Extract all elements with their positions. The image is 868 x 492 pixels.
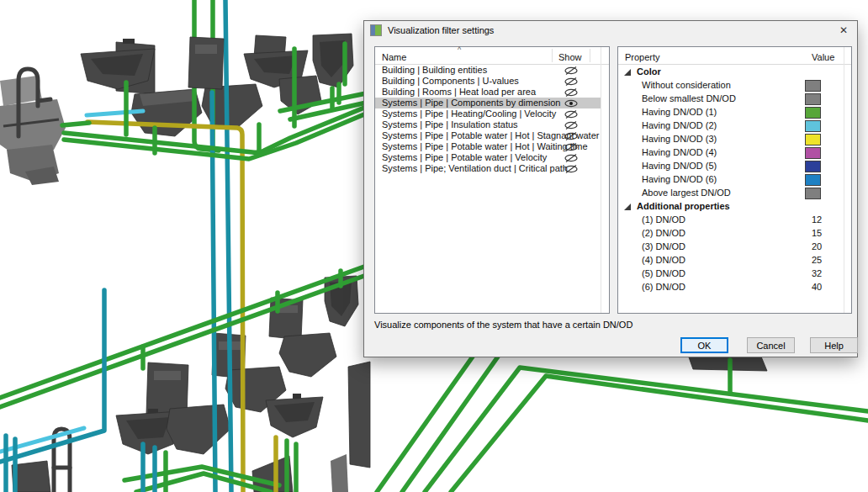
color-swatch[interactable] (805, 161, 821, 172)
property-row[interactable]: (2) DN/OD 15 (618, 226, 851, 240)
show-toggle[interactable] (564, 131, 579, 141)
property-row[interactable]: Above largest DN/OD (618, 186, 851, 199)
property-value[interactable]: 32 (812, 267, 822, 280)
property-row[interactable]: (1) DN/OD 12 (618, 213, 851, 226)
color-swatch[interactable] (805, 93, 821, 105)
filter-list-body: Building | Building entities Building | … (375, 65, 609, 174)
eye-hidden-icon (564, 109, 579, 119)
show-toggle[interactable] (564, 120, 579, 130)
filter-name: Systems | Pipe | Components by dimension (382, 98, 560, 108)
property-grid-panel: Property Value Color Without considerati… (617, 46, 852, 314)
eye-hidden-icon (564, 131, 579, 141)
color-swatch[interactable] (805, 134, 821, 145)
filter-row[interactable]: Building | Building entities (375, 65, 609, 76)
property-row[interactable]: Below smallest DN/OD (618, 92, 851, 105)
property-group-row[interactable]: Additional properties (618, 199, 851, 213)
property-grid-body: Color Without consideration Below smalle… (618, 65, 851, 294)
filter-row[interactable]: Building | Rooms | Heat load per area (375, 87, 609, 98)
group-label: Color (637, 65, 661, 78)
property-label: Above largest DN/OD (642, 186, 731, 199)
property-value[interactable]: 12 (812, 213, 822, 226)
show-toggle[interactable] (564, 77, 579, 87)
filter-row[interactable]: Systems | Pipe | Potable water | Hot | S… (375, 130, 609, 141)
filter-description: Visualize components of the system that … (374, 320, 632, 330)
grid-scroll-divider (844, 47, 844, 313)
property-value[interactable]: 15 (812, 226, 822, 240)
column-header-show[interactable]: Show (558, 52, 582, 62)
show-toggle[interactable] (564, 164, 579, 174)
color-swatch[interactable] (805, 147, 821, 159)
show-toggle[interactable] (564, 66, 579, 76)
filter-row[interactable]: Systems | Pipe | Potable water | Velocit… (375, 152, 609, 163)
property-row[interactable]: Having DN/OD (2) (618, 119, 851, 132)
filter-row[interactable]: Systems | Pipe | Heating/Cooling | Veloc… (375, 108, 609, 119)
filter-name: Systems | Pipe; Ventilation duct | Criti… (382, 163, 568, 174)
property-row[interactable]: Having DN/OD (6) (618, 172, 851, 186)
show-toggle[interactable] (564, 98, 579, 108)
property-label: (2) DN/OD (642, 226, 685, 240)
property-row[interactable]: Having DN/OD (3) (618, 132, 851, 145)
property-label: Having DN/OD (6) (642, 172, 717, 186)
sort-ascending-icon: ^ (458, 45, 461, 54)
property-row[interactable]: (3) DN/OD 20 (618, 240, 851, 253)
filter-row[interactable]: Systems | Pipe | Components by dimension (375, 98, 601, 108)
property-row[interactable]: Having DN/OD (4) (618, 145, 851, 159)
property-value[interactable]: 20 (812, 240, 822, 253)
group-label: Additional properties (637, 199, 730, 213)
filter-row[interactable]: Systems | Pipe | Potable water | Hot | W… (375, 141, 609, 152)
color-swatch[interactable] (805, 107, 821, 119)
property-label: (5) DN/OD (642, 267, 685, 280)
eye-hidden-icon (564, 153, 579, 163)
property-row[interactable]: Without consideration (618, 78, 851, 92)
list-scroll-divider (601, 47, 601, 313)
property-label: (4) DN/OD (642, 253, 685, 267)
show-toggle[interactable] (564, 153, 579, 163)
color-swatch[interactable] (805, 174, 821, 186)
property-label: Without consideration (642, 78, 731, 92)
application-window: Visualization filter settings ✕ ^ Name S… (0, 0, 868, 492)
color-swatch[interactable] (805, 188, 821, 199)
help-button[interactable]: Help (810, 337, 858, 353)
property-row[interactable]: (6) DN/OD 40 (618, 280, 851, 294)
collapse-expanded-icon[interactable] (624, 69, 631, 76)
property-label: (1) DN/OD (642, 213, 685, 226)
filter-name: Building | Rooms | Heat load per area (382, 87, 536, 98)
color-swatch[interactable] (805, 80, 821, 92)
filter-name: Building | Building entities (382, 65, 487, 76)
filter-row[interactable]: Systems | Pipe; Ventilation duct | Criti… (375, 163, 609, 174)
cancel-button[interactable]: Cancel (747, 337, 795, 353)
dialog-titlebar[interactable]: Visualization filter settings ✕ (364, 21, 857, 40)
filter-name: Building | Components | U-values (382, 76, 519, 87)
collapse-expanded-icon[interactable] (624, 204, 631, 210)
eye-visible-icon (564, 98, 579, 108)
eye-hidden-icon (564, 120, 579, 130)
visualization-filter-dialog: Visualization filter settings ✕ ^ Name S… (363, 20, 858, 357)
ok-button[interactable]: OK (680, 337, 728, 353)
filter-list-panel: ^ Name Show Building | Building entities… (374, 46, 610, 314)
filter-row[interactable]: Building | Components | U-values (375, 76, 609, 87)
filter-name: Systems | Pipe | Insulation status (382, 119, 518, 130)
column-separator (552, 49, 553, 62)
property-row[interactable]: (4) DN/OD 25 (618, 253, 851, 267)
eye-hidden-icon (564, 164, 579, 174)
property-row[interactable]: Having DN/OD (5) (618, 159, 851, 172)
property-value[interactable]: 40 (812, 280, 822, 294)
close-icon[interactable]: ✕ (830, 21, 857, 40)
show-toggle[interactable] (564, 109, 579, 119)
property-value[interactable]: 25 (812, 253, 822, 267)
property-row[interactable]: (5) DN/OD 32 (618, 267, 851, 280)
property-label: (3) DN/OD (642, 240, 685, 253)
filter-list-header[interactable]: ^ Name Show (375, 47, 609, 65)
property-label: (6) DN/OD (642, 280, 685, 294)
property-label: Below smallest DN/OD (642, 92, 736, 105)
show-toggle[interactable] (564, 142, 579, 152)
color-swatch[interactable] (805, 120, 821, 132)
dialog-title: Visualization filter settings (388, 25, 494, 35)
property-label: Having DN/OD (4) (642, 145, 717, 159)
filter-row[interactable]: Systems | Pipe | Insulation status (375, 119, 609, 130)
cistern-front (188, 37, 224, 89)
property-group-row[interactable]: Color (618, 65, 851, 78)
column-header-name[interactable]: Name (382, 52, 406, 62)
show-toggle[interactable] (564, 87, 579, 98)
property-row[interactable]: Having DN/OD (1) (618, 105, 851, 119)
